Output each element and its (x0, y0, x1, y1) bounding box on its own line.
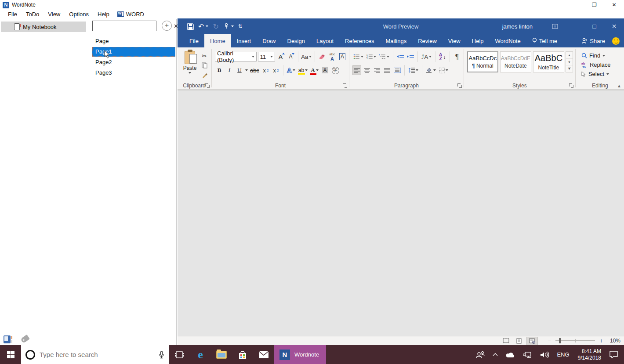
bullets-button[interactable] (352, 52, 364, 61)
character-shading-button[interactable]: A (321, 65, 330, 75)
sidebar-search-box[interactable]: ✕ (92, 21, 156, 31)
italic-button[interactable]: I (225, 65, 234, 75)
format-painter-button[interactable] (200, 71, 209, 79)
styles-scroll-up-icon[interactable]: ▲ (566, 52, 573, 59)
taskbar-search-input[interactable] (40, 351, 154, 358)
font-name-combo[interactable]: Calibri (Body) (215, 52, 257, 61)
clock[interactable]: 8:41 AM 9/14/2018 (573, 348, 606, 361)
web-layout-button[interactable] (526, 337, 538, 345)
tab-layout[interactable]: Layout (311, 34, 339, 47)
show-hidden-icons-button[interactable] (489, 345, 502, 364)
tab-mailings[interactable]: Mailings (380, 34, 413, 47)
distribute-button[interactable] (393, 65, 402, 75)
zoom-in-button[interactable]: + (599, 337, 604, 344)
customize-qat-icon[interactable]: ⇅ (238, 23, 242, 29)
undo-icon[interactable]: ↶ (198, 22, 204, 31)
superscript-button[interactable]: x2 (272, 65, 280, 75)
borders-button[interactable] (438, 65, 449, 75)
paste-dropdown-icon[interactable] (189, 72, 191, 74)
word-close-button[interactable]: ✕ (604, 18, 624, 34)
tag-icon[interactable] (20, 335, 30, 343)
shading-button[interactable] (425, 65, 437, 75)
read-mode-button[interactable] (500, 337, 512, 345)
tab-insert[interactable]: Insert (231, 34, 257, 47)
text-effects-button[interactable]: A (286, 65, 296, 75)
strikethrough-button[interactable]: abc (249, 65, 260, 75)
select-dropdown-icon[interactable] (606, 73, 609, 75)
grow-font-button[interactable]: A (276, 52, 285, 61)
styles-scroll-down-icon[interactable]: ▼ (566, 59, 573, 66)
tab-review[interactable]: Review (412, 34, 443, 47)
zoom-percentage[interactable]: 10% (607, 338, 620, 344)
change-case-button[interactable]: Aa (301, 52, 312, 61)
close-button[interactable]: ✕ (604, 0, 624, 10)
justify-button[interactable] (383, 65, 392, 75)
decrease-indent-button[interactable] (396, 52, 405, 61)
tab-draw[interactable]: Draw (257, 34, 281, 47)
ribbon-display-options-icon[interactable] (545, 18, 565, 34)
start-button[interactable] (0, 345, 21, 364)
increase-indent-button[interactable] (406, 52, 415, 61)
styles-dialog-launcher-icon[interactable] (569, 83, 573, 88)
network-tray-icon[interactable] (519, 345, 536, 364)
paste-button[interactable]: Paste (180, 49, 200, 81)
bold-button[interactable]: B (215, 65, 224, 75)
align-center-button[interactable] (363, 65, 371, 75)
menu-word[interactable]: WORD (114, 10, 148, 18)
replace-button[interactable]: abac Replace (581, 61, 622, 68)
line-spacing-button[interactable] (407, 65, 419, 75)
microphone-icon[interactable] (159, 351, 164, 359)
clear-formatting-button[interactable] (318, 52, 327, 61)
menu-todo[interactable]: ToDo (22, 10, 44, 18)
cut-button[interactable]: ✂ (200, 52, 209, 60)
numbering-button[interactable]: 123 (366, 52, 377, 61)
touch-mode-icon[interactable] (223, 23, 229, 30)
menu-options[interactable]: Options (65, 10, 93, 18)
tab-help[interactable]: Help (466, 34, 490, 47)
character-border-button[interactable]: A (338, 52, 347, 61)
zoom-slider-thumb[interactable] (559, 338, 561, 343)
style-notetitle[interactable]: AaBbC NoteTitle (533, 51, 564, 72)
onedrive-tray-icon[interactable] (502, 345, 519, 364)
asian-layout-button[interactable]: ⤴A (421, 52, 432, 61)
highlight-color-button[interactable]: ab (297, 65, 308, 75)
word-maximize-button[interactable]: □ (584, 18, 604, 34)
signed-in-user[interactable]: james linton (502, 23, 533, 30)
action-center-button[interactable] (606, 345, 624, 364)
store-taskbar-button[interactable] (232, 345, 253, 364)
clipboard-dialog-launcher-icon[interactable] (205, 83, 210, 88)
undo-dropdown-icon[interactable] (206, 25, 208, 27)
font-size-combo[interactable]: 11 (258, 52, 275, 61)
tab-view[interactable]: View (443, 34, 466, 47)
collapse-ribbon-icon[interactable]: ▲ (617, 83, 621, 88)
save-icon[interactable] (187, 23, 194, 30)
tell-me-box[interactable]: Tell me (526, 34, 563, 47)
show-formatting-marks-button[interactable]: ¶ (453, 52, 461, 61)
touch-mode-dropdown-icon[interactable] (231, 25, 234, 27)
style-normal[interactable]: AaBbCcDc ¶ Normal (467, 51, 498, 72)
select-button[interactable]: Select (581, 71, 622, 77)
find-dropdown-icon[interactable] (602, 55, 605, 57)
underline-button[interactable]: U (235, 65, 244, 75)
tab-home[interactable]: Home (204, 34, 231, 47)
word-minimize-button[interactable]: — (565, 18, 584, 34)
align-left-button[interactable] (352, 65, 361, 75)
zoom-out-button[interactable]: − (547, 337, 552, 344)
tab-references[interactable]: References (339, 34, 380, 47)
sort-button[interactable]: AZ↓ (438, 52, 447, 61)
font-color-button[interactable]: A (310, 65, 319, 75)
page-list-item[interactable]: Page (92, 36, 175, 46)
feedback-smiley-icon[interactable] (612, 37, 620, 45)
add-page-button[interactable]: + (162, 21, 172, 31)
edge-taskbar-button[interactable]: e (190, 345, 211, 364)
zoom-slider[interactable] (555, 340, 595, 341)
menu-file[interactable]: File (4, 10, 22, 18)
font-dialog-launcher-icon[interactable] (343, 83, 347, 88)
style-notedate[interactable]: AaBbCcDdE NoteDate (500, 51, 531, 72)
people-button[interactable] (472, 345, 489, 364)
print-layout-button[interactable] (513, 337, 525, 345)
file-explorer-taskbar-button[interactable] (211, 345, 232, 364)
wordnote-taskbar-button[interactable]: N Wordnote (274, 345, 326, 364)
align-right-button[interactable] (373, 65, 381, 75)
minimize-button[interactable]: – (565, 0, 584, 10)
